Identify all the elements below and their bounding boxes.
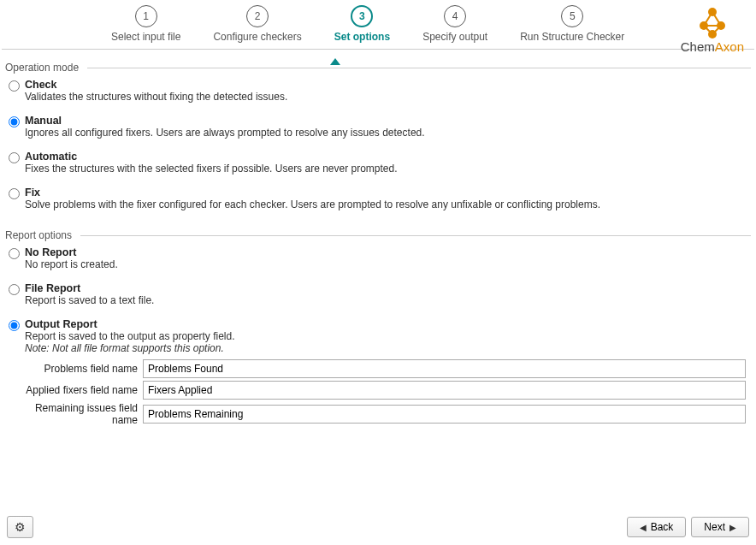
- option-file-report: File Report Report is saved to a text fi…: [9, 282, 751, 306]
- svg-line-5: [712, 12, 721, 26]
- logo-icon: [695, 5, 729, 39]
- main-content: Operation mode Check Validates the struc…: [0, 50, 756, 511]
- option-check: Check Validates the structures without f…: [9, 79, 751, 103]
- svg-line-8: [712, 26, 721, 34]
- applied-fixers-field-input[interactable]: [143, 381, 746, 400]
- option-title: Automatic: [25, 151, 398, 163]
- option-desc: No report is created.: [25, 258, 118, 270]
- step-select-input-file[interactable]: 1 Select input file: [111, 5, 180, 43]
- option-title: Check: [25, 79, 287, 91]
- section-label: Report options: [5, 229, 72, 241]
- step-run-structure-checker[interactable]: 5 Run Structure Checker: [520, 5, 624, 43]
- next-label: Next: [704, 521, 725, 533]
- footer-bar: Back Next: [0, 511, 756, 545]
- step-label: Select input file: [111, 31, 180, 43]
- radio-check[interactable]: [9, 80, 20, 92]
- option-desc: Solve problems with the fixer configured…: [25, 198, 600, 210]
- active-step-indicator-icon: [330, 58, 340, 65]
- option-desc: Fixes the structures with the selected f…: [25, 163, 398, 175]
- radio-fix[interactable]: [9, 188, 20, 199]
- step-label: Specify output: [422, 31, 487, 43]
- chemaxon-logo: ChemAxon: [681, 5, 744, 54]
- option-no-report: No Report No report is created.: [9, 246, 751, 270]
- section-rule: [87, 68, 751, 68]
- settings-button[interactable]: [7, 516, 33, 538]
- remaining-issues-field-label: Remaining issues field name: [10, 402, 143, 426]
- step-specify-output[interactable]: 4 Specify output: [422, 5, 487, 43]
- applied-fixers-field-label: Applied fixers field name: [10, 384, 143, 396]
- option-title: File Report: [25, 282, 154, 294]
- step-number: 5: [561, 5, 583, 27]
- radio-file-report[interactable]: [9, 284, 20, 295]
- problems-field-row: Problems field name: [5, 359, 751, 378]
- next-button[interactable]: Next: [691, 517, 749, 537]
- applied-fixers-field-row: Applied fixers field name: [5, 381, 751, 400]
- svg-line-4: [704, 12, 712, 26]
- step-number: 1: [135, 5, 157, 27]
- option-fix: Fix Solve problems with the fixer config…: [9, 187, 751, 210]
- step-set-options[interactable]: 3 Set options: [334, 5, 390, 43]
- wizard-steps: 1 Select input file 2 Configure checkers…: [111, 5, 624, 43]
- radio-manual[interactable]: [9, 116, 20, 127]
- gear-icon: [15, 520, 26, 534]
- operation-mode-section-title: Operation mode: [5, 62, 751, 74]
- option-desc: Validates the structures without fixing …: [25, 91, 287, 103]
- radio-automatic[interactable]: [9, 152, 20, 163]
- step-number: 2: [246, 5, 269, 27]
- step-configure-checkers[interactable]: 2 Configure checkers: [213, 5, 301, 43]
- option-note: Note: Not all file format supports this …: [25, 342, 234, 354]
- wizard-header: 1 Select input file 2 Configure checkers…: [0, 0, 756, 44]
- back-label: Back: [651, 521, 674, 533]
- option-title: Fix: [25, 187, 600, 198]
- radio-no-report[interactable]: [9, 248, 20, 259]
- option-desc: Report is saved to the output as propert…: [25, 330, 234, 342]
- logo-text: ChemAxon: [681, 39, 744, 54]
- option-manual: Manual Ignores all configured fixers. Us…: [9, 115, 751, 139]
- remaining-issues-field-row: Remaining issues field name: [5, 402, 751, 426]
- section-label: Operation mode: [5, 62, 79, 74]
- step-number: 3: [351, 5, 373, 27]
- step-number: 4: [444, 5, 466, 27]
- report-options-section-title: Report options: [5, 229, 751, 241]
- option-title: Output Report: [25, 318, 234, 330]
- problems-field-label: Problems field name: [10, 363, 143, 375]
- step-label: Configure checkers: [213, 31, 301, 43]
- svg-line-7: [704, 26, 712, 34]
- problems-field-input[interactable]: [143, 359, 746, 378]
- option-title: Manual: [25, 115, 425, 127]
- option-automatic: Automatic Fixes the structures with the …: [9, 151, 751, 175]
- back-button[interactable]: Back: [627, 517, 687, 537]
- option-output-report: Output Report Report is saved to the out…: [9, 318, 751, 354]
- section-rule: [80, 235, 751, 236]
- remaining-issues-field-input[interactable]: [143, 405, 746, 424]
- radio-output-report[interactable]: [9, 320, 20, 331]
- step-label: Set options: [334, 31, 390, 43]
- option-desc: Ignores all configured fixers. Users are…: [25, 127, 425, 139]
- option-title: No Report: [25, 246, 118, 258]
- option-desc: Report is saved to a text file.: [25, 294, 154, 306]
- step-label: Run Structure Checker: [520, 31, 624, 43]
